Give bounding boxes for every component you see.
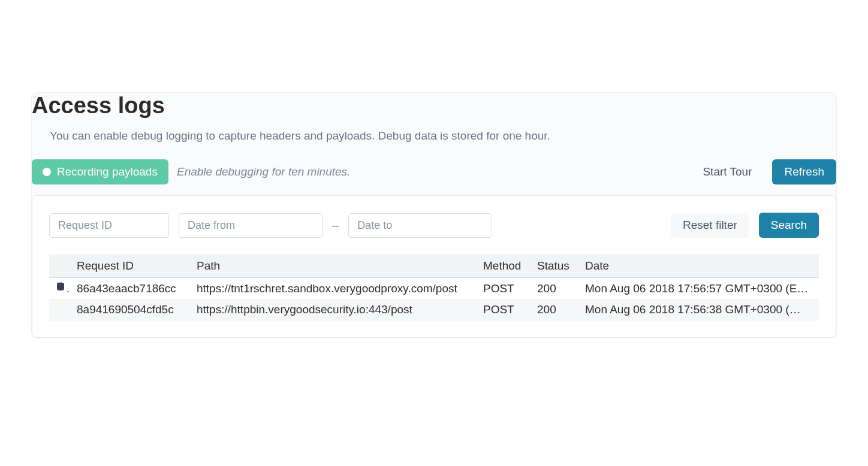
col-icon-header [49, 255, 71, 278]
row-path: https://httpbin.verygoodsecurity.io:443/… [191, 299, 477, 320]
log-card: – Reset filter Search Request ID Path Me… [32, 195, 836, 338]
row-status: 200 [531, 299, 579, 320]
record-dot-icon [43, 168, 51, 176]
search-button[interactable]: Search [759, 213, 819, 238]
row-icon-cell [49, 299, 71, 320]
table-row[interactable]: 86a43eaacb7186cchttps://tnt1rschret.sand… [49, 278, 819, 299]
date-to-input[interactable] [348, 213, 492, 238]
filter-bar: – Reset filter Search [49, 213, 819, 238]
toolbar: Recording payloads Enable debugging for … [32, 159, 836, 184]
col-request-id-header: Request ID [71, 255, 191, 278]
access-logs-panel: Access logs You can enable debug logging… [31, 92, 837, 338]
row-date: Mon Aug 06 2018 17:56:57 GMT+0300 (E… [579, 278, 819, 299]
request-id-input[interactable] [49, 213, 169, 238]
database-icon [55, 282, 66, 292]
row-path: https://tnt1rschret.sandbox.verygoodprox… [191, 278, 477, 299]
reset-filter-button[interactable]: Reset filter [671, 213, 749, 238]
row-icon-cell [49, 278, 71, 299]
date-from-input[interactable] [179, 213, 323, 238]
row-method: POST [477, 299, 531, 320]
log-table: Request ID Path Method Status Date 86a43… [49, 255, 819, 320]
page-title: Access logs [32, 93, 836, 119]
date-range-separator: – [332, 219, 339, 232]
col-method-header: Method [477, 255, 531, 278]
refresh-button[interactable]: Refresh [772, 159, 836, 184]
row-date: Mon Aug 06 2018 17:56:38 GMT+0300 (… [579, 299, 819, 320]
debug-hint: Enable debugging for ten minutes. [177, 165, 350, 178]
recording-payloads-button[interactable]: Recording payloads [32, 159, 168, 184]
col-status-header: Status [531, 255, 579, 278]
recording-label: Recording payloads [57, 165, 158, 178]
row-status: 200 [531, 278, 579, 299]
col-date-header: Date [579, 255, 819, 278]
row-request-id: 86a43eaacb7186cc [71, 278, 191, 299]
page-description: You can enable debug logging to capture … [50, 129, 836, 143]
table-row[interactable]: 8a941690504cfd5chttps://httpbin.verygood… [49, 299, 819, 320]
row-request-id: 8a941690504cfd5c [71, 299, 191, 320]
start-tour-button[interactable]: Start Tour [691, 159, 764, 184]
row-method: POST [477, 278, 531, 299]
table-header-row: Request ID Path Method Status Date [49, 255, 819, 278]
col-path-header: Path [191, 255, 477, 278]
